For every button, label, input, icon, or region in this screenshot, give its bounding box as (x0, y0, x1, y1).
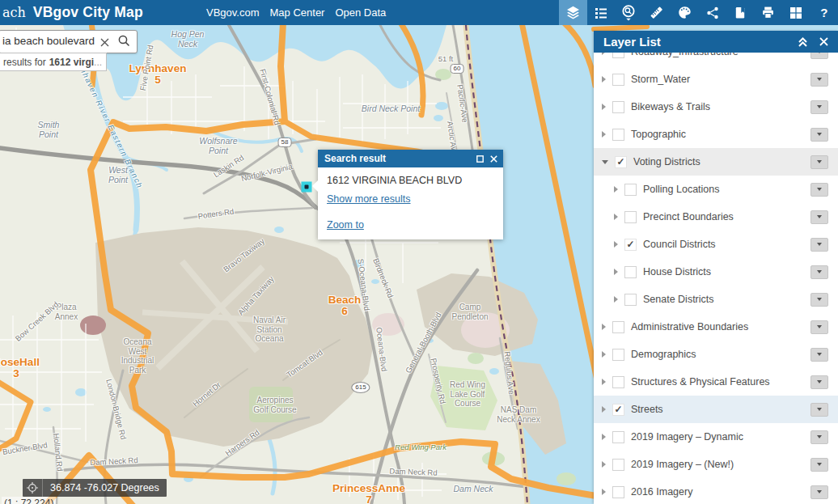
layer-row: Administrative Boundaries (594, 313, 838, 341)
layer-checkbox[interactable] (612, 101, 624, 113)
layer-checkbox[interactable] (612, 53, 624, 58)
expand-layer-icon[interactable] (602, 104, 606, 110)
layer-options-button[interactable] (810, 430, 828, 444)
layer-options-button[interactable] (810, 458, 828, 472)
expand-layer-icon[interactable] (614, 296, 618, 303)
basemap-gallery-button[interactable] (782, 0, 810, 25)
draw-button[interactable] (671, 0, 699, 25)
legend-button[interactable] (587, 0, 616, 25)
expand-layer-icon[interactable] (602, 53, 606, 55)
layer-options-button[interactable] (810, 265, 828, 279)
expand-layer-icon[interactable] (602, 489, 606, 495)
layer-options-button[interactable] (810, 210, 828, 224)
expand-layer-icon[interactable] (614, 269, 618, 275)
attribute-query-icon (621, 5, 636, 21)
search-input[interactable]: ia beach boulevard (2, 35, 95, 47)
help-button[interactable]: ? (810, 0, 838, 25)
maximize-icon[interactable] (476, 155, 484, 163)
bookmark-icon (734, 6, 747, 19)
chevron-down-icon (817, 298, 822, 301)
layer-checkbox[interactable] (612, 349, 624, 361)
layer-checkbox[interactable]: ✓ (624, 239, 637, 251)
layer-row: Storm_Water (594, 66, 838, 93)
zoom-to-link[interactable]: Zoom to (327, 219, 364, 231)
layer-label: Council Districts (643, 239, 716, 250)
help-icon: ? (820, 6, 827, 19)
app-header: ach VBgov City Map VBgov.com Map Center … (0, 0, 838, 25)
layer-checkbox[interactable] (612, 486, 624, 498)
close-panel-icon[interactable] (819, 37, 828, 46)
link-map-center[interactable]: Map Center (270, 6, 325, 19)
layer-label: Demographics (631, 349, 696, 360)
layer-options-button[interactable] (810, 183, 828, 197)
layer-options-button[interactable] (810, 403, 828, 417)
search-box[interactable]: ia beach boulevard (0, 30, 138, 53)
layer-checkbox[interactable] (624, 184, 637, 196)
layer-options-button[interactable] (810, 485, 828, 499)
layer-options-button[interactable] (810, 348, 828, 362)
measurement-icon (650, 6, 663, 19)
expand-layer-icon[interactable] (602, 379, 606, 385)
layer-options-button[interactable] (810, 100, 828, 114)
search-suggestion[interactable]: results for 1612 virgi ... (0, 53, 107, 71)
expand-layer-icon[interactable] (614, 214, 618, 220)
share-button[interactable] (699, 0, 727, 25)
layer-checkbox[interactable] (612, 74, 624, 86)
layer-options-button[interactable] (810, 155, 828, 169)
search-icon[interactable] (118, 35, 130, 50)
print-button[interactable] (755, 0, 783, 25)
collapse-layer-icon[interactable] (602, 160, 608, 164)
layer-checkbox[interactable] (612, 431, 624, 443)
expand-layer-icon[interactable] (602, 461, 606, 468)
layer-list-panel: Layer List Roadway_InfrastructureStorm_W… (594, 31, 838, 504)
layers-button[interactable] (559, 0, 587, 25)
layer-options-button[interactable] (810, 73, 828, 87)
layer-options-button[interactable] (810, 128, 828, 142)
collapse-panel-icon[interactable] (798, 37, 808, 47)
layer-checkbox[interactable] (624, 266, 637, 278)
chevron-down-icon (817, 188, 822, 191)
show-more-results-link[interactable]: Show more results (327, 193, 411, 205)
layer-checkbox[interactable] (612, 376, 624, 388)
expand-layer-icon[interactable] (602, 434, 606, 440)
expand-layer-icon[interactable] (602, 406, 606, 413)
layer-checkbox[interactable] (624, 211, 637, 223)
layer-row: Precinct Boundaries (594, 203, 838, 231)
link-vbgov[interactable]: VBgov.com (206, 6, 260, 19)
expand-layer-icon[interactable] (602, 131, 606, 138)
layer-checkbox[interactable] (612, 321, 624, 333)
share-icon (706, 6, 719, 19)
expand-layer-icon[interactable] (602, 76, 606, 83)
popup-titlebar: Search result (318, 150, 503, 167)
layer-options-button[interactable] (810, 375, 828, 389)
city-logo-partial: ach (2, 5, 26, 20)
layer-label: Precinct Boundaries (643, 211, 734, 222)
measurement-button[interactable] (643, 0, 671, 25)
layer-label: 2019 Imagery – (New!) (631, 459, 734, 470)
expand-layer-icon[interactable] (614, 241, 618, 248)
layer-row: Structures & Physical Features (594, 368, 838, 396)
bookmark-button[interactable] (726, 0, 755, 25)
draw-palette-icon (678, 6, 692, 19)
crosshair-icon[interactable] (23, 479, 43, 497)
layer-list-header: Layer List (594, 31, 838, 53)
close-popup-icon[interactable] (490, 155, 497, 163)
link-open-data[interactable]: Open Data (335, 6, 386, 19)
expand-layer-icon[interactable] (602, 351, 606, 358)
layer-checkbox[interactable] (612, 129, 624, 141)
layer-label: Storm_Water (631, 74, 690, 85)
layer-options-button[interactable] (810, 53, 828, 59)
layer-checkbox[interactable] (612, 459, 624, 471)
expand-layer-icon[interactable] (614, 186, 618, 193)
chevron-down-icon (817, 380, 822, 383)
layer-checkbox[interactable]: ✓ (612, 404, 624, 416)
layer-checkbox[interactable]: ✓ (615, 156, 627, 168)
panel-title: Layer List (603, 35, 661, 49)
expand-layer-icon[interactable] (602, 324, 606, 330)
clear-search-icon[interactable] (100, 36, 109, 50)
layer-options-button[interactable] (810, 238, 828, 252)
layer-options-button[interactable] (810, 320, 828, 334)
layer-options-button[interactable] (810, 293, 828, 307)
query-button[interactable] (615, 0, 643, 25)
layer-checkbox[interactable] (624, 294, 637, 306)
